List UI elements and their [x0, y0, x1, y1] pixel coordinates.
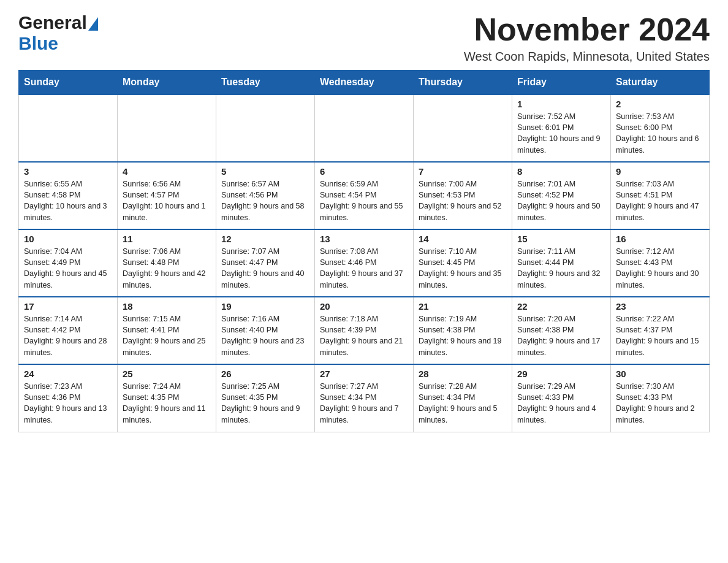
day-info: Sunrise: 7:11 AM Sunset: 4:44 PM Dayligh… — [517, 246, 605, 291]
day-number: 15 — [517, 234, 605, 244]
day-info: Sunrise: 7:27 AM Sunset: 4:34 PM Dayligh… — [320, 381, 408, 426]
day-info: Sunrise: 7:03 AM Sunset: 4:51 PM Dayligh… — [616, 178, 704, 223]
day-info: Sunrise: 7:10 AM Sunset: 4:45 PM Dayligh… — [419, 246, 507, 291]
day-number: 3 — [24, 166, 112, 177]
day-number: 26 — [221, 369, 309, 379]
calendar-cell: 8Sunrise: 7:01 AM Sunset: 4:52 PM Daylig… — [512, 162, 611, 229]
calendar-cell: 12Sunrise: 7:07 AM Sunset: 4:47 PM Dayli… — [216, 229, 315, 297]
day-info: Sunrise: 7:07 AM Sunset: 4:47 PM Dayligh… — [221, 246, 309, 291]
calendar-cell: 2Sunrise: 7:53 AM Sunset: 6:00 PM Daylig… — [611, 94, 710, 162]
day-info: Sunrise: 7:08 AM Sunset: 4:46 PM Dayligh… — [320, 246, 408, 291]
month-title: November 2024 — [464, 12, 710, 47]
calendar-week-row: 3Sunrise: 6:55 AM Sunset: 4:58 PM Daylig… — [19, 162, 710, 229]
day-number: 20 — [320, 301, 408, 312]
day-number: 27 — [320, 369, 408, 379]
calendar-day-header: Wednesday — [315, 71, 414, 95]
calendar-week-row: 1Sunrise: 7:52 AM Sunset: 6:01 PM Daylig… — [19, 94, 710, 162]
day-info: Sunrise: 7:52 AM Sunset: 6:01 PM Dayligh… — [517, 111, 605, 156]
day-info: Sunrise: 7:25 AM Sunset: 4:35 PM Dayligh… — [221, 381, 309, 426]
day-info: Sunrise: 6:57 AM Sunset: 4:56 PM Dayligh… — [221, 178, 309, 223]
calendar-cell: 28Sunrise: 7:28 AM Sunset: 4:34 PM Dayli… — [414, 364, 512, 432]
calendar-header-row: SundayMondayTuesdayWednesdayThursdayFrid… — [19, 71, 710, 95]
day-number: 5 — [221, 166, 309, 177]
day-info: Sunrise: 7:15 AM Sunset: 4:41 PM Dayligh… — [123, 313, 211, 358]
day-number: 28 — [419, 369, 507, 379]
calendar-cell: 21Sunrise: 7:19 AM Sunset: 4:38 PM Dayli… — [414, 297, 512, 364]
day-number: 9 — [616, 166, 704, 177]
calendar-day-header: Monday — [118, 71, 216, 95]
calendar-cell: 11Sunrise: 7:06 AM Sunset: 4:48 PM Dayli… — [118, 229, 216, 297]
location-title: West Coon Rapids, Minnesota, United Stat… — [464, 50, 710, 64]
calendar-cell: 19Sunrise: 7:16 AM Sunset: 4:40 PM Dayli… — [216, 297, 315, 364]
day-number: 21 — [419, 301, 507, 312]
page-header: General Blue November 2024 West Coon Rap… — [18, 12, 710, 64]
calendar-cell: 24Sunrise: 7:23 AM Sunset: 4:36 PM Dayli… — [19, 364, 118, 432]
day-info: Sunrise: 6:56 AM Sunset: 4:57 PM Dayligh… — [123, 178, 211, 223]
day-info: Sunrise: 7:01 AM Sunset: 4:52 PM Dayligh… — [517, 178, 605, 223]
day-info: Sunrise: 7:23 AM Sunset: 4:36 PM Dayligh… — [24, 381, 112, 426]
calendar-cell — [216, 94, 315, 162]
calendar-cell: 14Sunrise: 7:10 AM Sunset: 4:45 PM Dayli… — [414, 229, 512, 297]
day-number: 10 — [24, 234, 112, 244]
calendar-week-row: 10Sunrise: 7:04 AM Sunset: 4:49 PM Dayli… — [19, 229, 710, 297]
calendar-day-header: Tuesday — [216, 71, 315, 95]
logo-blue-text: Blue — [18, 33, 58, 53]
calendar-cell: 4Sunrise: 6:56 AM Sunset: 4:57 PM Daylig… — [118, 162, 216, 229]
calendar-cell — [19, 94, 118, 162]
calendar-cell: 13Sunrise: 7:08 AM Sunset: 4:46 PM Dayli… — [315, 229, 414, 297]
logo-general-text: General — [18, 12, 87, 33]
day-number: 30 — [616, 369, 704, 379]
day-number: 18 — [123, 301, 211, 312]
calendar-cell: 25Sunrise: 7:24 AM Sunset: 4:35 PM Dayli… — [118, 364, 216, 432]
day-number: 17 — [24, 301, 112, 312]
calendar-day-header: Thursday — [414, 71, 512, 95]
calendar-cell: 15Sunrise: 7:11 AM Sunset: 4:44 PM Dayli… — [512, 229, 611, 297]
calendar-cell: 9Sunrise: 7:03 AM Sunset: 4:51 PM Daylig… — [611, 162, 710, 229]
logo: General Blue — [18, 12, 98, 54]
day-number: 7 — [419, 166, 507, 177]
day-number: 22 — [517, 301, 605, 312]
calendar-day-header: Saturday — [611, 71, 710, 95]
day-info: Sunrise: 7:12 AM Sunset: 4:43 PM Dayligh… — [616, 246, 704, 291]
day-info: Sunrise: 7:06 AM Sunset: 4:48 PM Dayligh… — [123, 246, 211, 291]
calendar-cell: 30Sunrise: 7:30 AM Sunset: 4:33 PM Dayli… — [611, 364, 710, 432]
calendar-cell — [315, 94, 414, 162]
calendar-table: SundayMondayTuesdayWednesdayThursdayFrid… — [18, 70, 710, 432]
day-number: 8 — [517, 166, 605, 177]
calendar-cell: 1Sunrise: 7:52 AM Sunset: 6:01 PM Daylig… — [512, 94, 611, 162]
day-number: 29 — [517, 369, 605, 379]
calendar-cell: 16Sunrise: 7:12 AM Sunset: 4:43 PM Dayli… — [611, 229, 710, 297]
day-number: 25 — [123, 369, 211, 379]
calendar-cell: 27Sunrise: 7:27 AM Sunset: 4:34 PM Dayli… — [315, 364, 414, 432]
calendar-cell: 5Sunrise: 6:57 AM Sunset: 4:56 PM Daylig… — [216, 162, 315, 229]
day-info: Sunrise: 7:14 AM Sunset: 4:42 PM Dayligh… — [24, 313, 112, 358]
calendar-week-row: 17Sunrise: 7:14 AM Sunset: 4:42 PM Dayli… — [19, 297, 710, 364]
title-block: November 2024 West Coon Rapids, Minnesot… — [464, 12, 710, 64]
day-number: 1 — [517, 99, 605, 109]
calendar-week-row: 24Sunrise: 7:23 AM Sunset: 4:36 PM Dayli… — [19, 364, 710, 432]
day-info: Sunrise: 7:00 AM Sunset: 4:53 PM Dayligh… — [419, 178, 507, 223]
day-info: Sunrise: 7:16 AM Sunset: 4:40 PM Dayligh… — [221, 313, 309, 358]
day-info: Sunrise: 7:53 AM Sunset: 6:00 PM Dayligh… — [616, 111, 704, 156]
calendar-cell: 26Sunrise: 7:25 AM Sunset: 4:35 PM Dayli… — [216, 364, 315, 432]
day-number: 11 — [123, 234, 211, 244]
day-info: Sunrise: 7:04 AM Sunset: 4:49 PM Dayligh… — [24, 246, 112, 291]
day-number: 6 — [320, 166, 408, 177]
calendar-cell: 3Sunrise: 6:55 AM Sunset: 4:58 PM Daylig… — [19, 162, 118, 229]
day-number: 13 — [320, 234, 408, 244]
calendar-cell: 10Sunrise: 7:04 AM Sunset: 4:49 PM Dayli… — [19, 229, 118, 297]
calendar-day-header: Friday — [512, 71, 611, 95]
calendar-cell — [414, 94, 512, 162]
day-info: Sunrise: 7:18 AM Sunset: 4:39 PM Dayligh… — [320, 313, 408, 358]
calendar-cell: 6Sunrise: 6:59 AM Sunset: 4:54 PM Daylig… — [315, 162, 414, 229]
calendar-day-header: Sunday — [19, 71, 118, 95]
calendar-cell: 17Sunrise: 7:14 AM Sunset: 4:42 PM Dayli… — [19, 297, 118, 364]
day-number: 2 — [616, 99, 704, 109]
day-number: 14 — [419, 234, 507, 244]
day-number: 12 — [221, 234, 309, 244]
day-info: Sunrise: 7:22 AM Sunset: 4:37 PM Dayligh… — [616, 313, 704, 358]
day-number: 4 — [123, 166, 211, 177]
day-number: 23 — [616, 301, 704, 312]
day-info: Sunrise: 7:20 AM Sunset: 4:38 PM Dayligh… — [517, 313, 605, 358]
calendar-cell — [118, 94, 216, 162]
